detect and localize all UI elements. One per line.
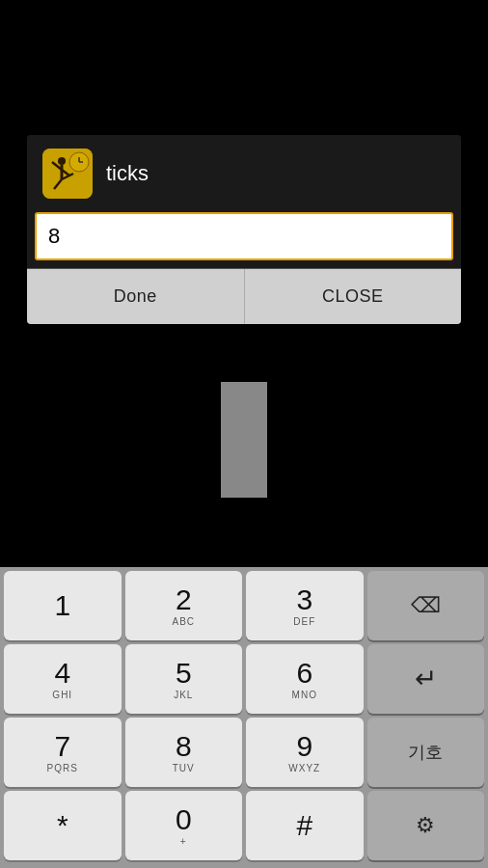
key-star[interactable]: * — [4, 791, 122, 860]
keyboard-row-1: 1 2 ABC 3 DEF ⌫ — [4, 571, 484, 640]
key-backspace[interactable]: ⌫ — [367, 571, 485, 640]
key-6[interactable]: 6 MNO — [246, 644, 364, 714]
dialog-stem — [221, 382, 267, 498]
key-5[interactable]: 5 JKL — [125, 644, 243, 714]
svg-point-4 — [58, 157, 66, 165]
key-2[interactable]: 2 ABC — [125, 571, 243, 640]
dialog-header: ticks — [27, 135, 461, 212]
dialog-buttons: Done CLOSE — [27, 268, 461, 324]
key-hash[interactable]: # — [246, 791, 364, 860]
key-symbol[interactable]: 기호 — [367, 718, 485, 787]
done-button[interactable]: Done — [27, 269, 245, 324]
app-title: ticks — [106, 161, 149, 186]
keyboard: 1 2 ABC 3 DEF ⌫ 4 GHI 5 JKL 6 MNO ↵ — [0, 567, 488, 868]
key-9[interactable]: 9 WXYZ — [246, 718, 364, 787]
keyboard-row-2: 4 GHI 5 JKL 6 MNO ↵ — [4, 644, 484, 714]
close-button[interactable]: CLOSE — [245, 269, 462, 324]
key-enter[interactable]: ↵ — [367, 644, 485, 714]
keyboard-row-4: * 0 + # ⚙ — [4, 791, 484, 860]
keyboard-row-3: 7 PQRS 8 TUV 9 WXYZ 기호 — [4, 718, 484, 787]
input-wrapper — [27, 212, 461, 268]
dialog: ticks Done CLOSE — [27, 135, 461, 324]
key-0[interactable]: 0 + — [125, 791, 243, 860]
key-4[interactable]: 4 GHI — [4, 644, 122, 714]
key-3[interactable]: 3 DEF — [246, 571, 364, 640]
key-7[interactable]: 7 PQRS — [4, 718, 122, 787]
key-8[interactable]: 8 TUV — [125, 718, 243, 787]
key-settings[interactable]: ⚙ — [367, 791, 485, 860]
key-1[interactable]: 1 — [4, 571, 122, 640]
ticks-input[interactable] — [35, 212, 453, 260]
app-icon — [42, 149, 93, 199]
